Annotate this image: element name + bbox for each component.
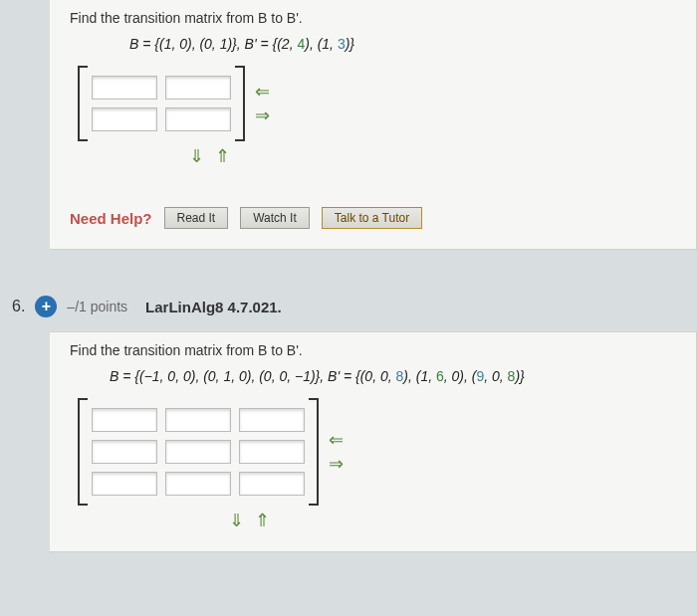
q5-matrix-row: ⇐ ⇒ bbox=[78, 66, 696, 141]
q6-cell-21[interactable] bbox=[92, 440, 157, 464]
q5-formula-mid: ), (1, bbox=[305, 36, 338, 52]
spacer bbox=[0, 250, 697, 278]
q6-cell-13[interactable] bbox=[239, 408, 305, 432]
need-help-label: Need Help? bbox=[70, 210, 152, 227]
q5-cell-11[interactable] bbox=[92, 76, 157, 100]
bracket-right-icon bbox=[235, 66, 245, 141]
q5-cell-21[interactable] bbox=[92, 107, 157, 131]
add-col-icon[interactable]: ⇒ bbox=[255, 106, 270, 124]
remove-row-icon[interactable]: ⇓ bbox=[229, 511, 247, 530]
q6-row-controls: ⇓ ⇑ bbox=[229, 510, 696, 531]
bracket-left-icon bbox=[78, 66, 88, 141]
read-it-button[interactable]: Read It bbox=[164, 207, 229, 229]
add-row-icon[interactable]: ⇑ bbox=[255, 511, 273, 530]
q6-formula-suffix: )} bbox=[515, 368, 524, 384]
bracket-right-icon bbox=[309, 398, 319, 506]
expand-icon[interactable]: + bbox=[35, 296, 57, 317]
q5-cell-22[interactable] bbox=[165, 107, 231, 131]
help-row: Need Help? Read It Watch It Talk to a Tu… bbox=[70, 207, 696, 229]
q5-formula-prefix: B = {(1, 0), (0, 1)}, B' = {(2, bbox=[129, 36, 297, 52]
q6-formula-mid1: ), (1, bbox=[403, 368, 436, 384]
q5-num-3: 3 bbox=[338, 36, 346, 52]
add-col-icon[interactable]: ⇒ bbox=[329, 455, 344, 473]
q6-prompt: Find the transition matrix from B to B'. bbox=[70, 342, 696, 358]
question-5-panel: Find the transition matrix from B to B'.… bbox=[50, 0, 697, 250]
q6-chapter: LarLinAlg8 4.7.021. bbox=[145, 299, 282, 315]
q6-cell-33[interactable] bbox=[239, 472, 305, 496]
q5-col-1 bbox=[92, 76, 157, 131]
question-6-panel: Find the transition matrix from B to B'.… bbox=[50, 331, 697, 552]
q6-cell-23[interactable] bbox=[239, 440, 305, 464]
q6-col-2 bbox=[165, 408, 231, 496]
q6-formula-prefix: B = {(−1, 0, 0), (0, 1, 0), (0, 0, −1)},… bbox=[110, 368, 396, 384]
q6-formula-mid3: , 0, bbox=[484, 368, 507, 384]
q6-formula-mid2: , 0), ( bbox=[444, 368, 477, 384]
q5-cell-12[interactable] bbox=[165, 76, 231, 100]
q6-cell-12[interactable] bbox=[165, 408, 231, 432]
q5-formula: B = {(1, 0), (0, 1)}, B' = {(2, 4), (1, … bbox=[70, 36, 696, 52]
remove-col-icon[interactable]: ⇐ bbox=[329, 431, 344, 449]
q6-col-3 bbox=[239, 408, 305, 496]
q5-prompt: Find the transition matrix from B to B'. bbox=[70, 10, 696, 26]
q6-matrix-row: ⇐ ⇒ bbox=[78, 398, 696, 506]
q6-cell-11[interactable] bbox=[92, 408, 157, 432]
q6-cell-32[interactable] bbox=[165, 472, 231, 496]
remove-row-icon[interactable]: ⇓ bbox=[189, 146, 207, 166]
q5-col-controls: ⇐ ⇒ bbox=[255, 83, 270, 124]
q5-row-controls: ⇓ ⇑ bbox=[189, 145, 696, 167]
q6-col-1 bbox=[92, 408, 157, 496]
q6-number: 6. bbox=[12, 298, 25, 315]
q5-formula-suffix: )} bbox=[346, 36, 354, 52]
talk-to-tutor-button[interactable]: Talk to a Tutor bbox=[322, 207, 422, 229]
bracket-left-icon bbox=[78, 398, 88, 506]
q6-points: –/1 points bbox=[67, 299, 127, 314]
q5-matrix bbox=[78, 66, 245, 141]
q6-cell-22[interactable] bbox=[165, 440, 231, 464]
remove-col-icon[interactable]: ⇐ bbox=[255, 83, 270, 101]
q6-col-controls: ⇐ ⇒ bbox=[329, 431, 344, 473]
q6-num-6: 6 bbox=[436, 368, 444, 384]
add-row-icon[interactable]: ⇑ bbox=[215, 146, 233, 166]
q6-matrix bbox=[78, 398, 319, 506]
q6-formula: B = {(−1, 0, 0), (0, 1, 0), (0, 0, −1)},… bbox=[70, 368, 696, 384]
q6-cell-31[interactable] bbox=[92, 472, 157, 496]
watch-it-button[interactable]: Watch It bbox=[240, 207, 310, 229]
question-6-header: 6. + –/1 points LarLinAlg8 4.7.021. bbox=[12, 278, 697, 331]
q5-col-2 bbox=[165, 76, 231, 131]
